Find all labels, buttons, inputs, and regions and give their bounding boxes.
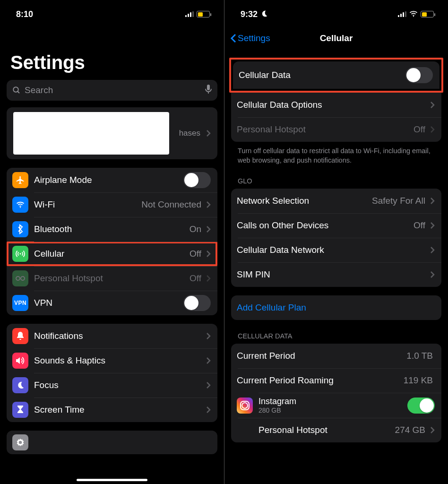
row-usage-personal-hotspot[interactable]: Personal Hotspot 274 GB (231, 418, 441, 442)
apple-id-row[interactable]: hases (7, 107, 217, 159)
back-button[interactable]: Settings (230, 33, 270, 43)
row-airplane-mode[interactable]: Airplane Mode (7, 168, 217, 192)
chevron-right-icon (430, 246, 435, 254)
usage-group: Current Period 1.0 TB Current Period Roa… (231, 344, 441, 442)
cellular-data-toggle[interactable] (405, 67, 433, 83)
chevron-right-icon (206, 250, 211, 258)
row-value: On (190, 224, 203, 234)
row-label: Network Selection (237, 196, 309, 206)
svg-point-9 (19, 441, 22, 444)
row-network-selection[interactable]: Network Selection Safety For All (231, 189, 441, 213)
row-label: Cellular Data Options (237, 100, 322, 110)
row-label: Bluetooth (34, 224, 72, 234)
chevron-right-icon (206, 381, 211, 389)
row-sounds-haptics[interactable]: Sounds & Haptics (7, 348, 217, 373)
page-title: Settings (0, 24, 224, 80)
connectivity-group: Airplane Mode Wi-Fi Not Connected Blueto… (7, 168, 217, 315)
row-label: Personal Hotspot (34, 273, 103, 284)
vpn-toggle[interactable] (183, 295, 211, 311)
row-cellular-data-network[interactable]: Cellular Data Network (231, 238, 441, 262)
back-label: Settings (238, 33, 270, 43)
row-label: Focus (34, 380, 59, 390)
instagram-toggle[interactable] (407, 398, 435, 414)
row-value: Safety For All (372, 196, 427, 206)
antenna-icon (12, 246, 28, 262)
hotspot-icon (12, 270, 28, 286)
row-screen-time[interactable]: Screen Time (7, 398, 217, 422)
row-vpn[interactable]: VPN VPN (7, 291, 217, 315)
glo-group: Network Selection Safety For All Calls o… (231, 189, 441, 287)
row-calls-other-devices[interactable]: Calls on Other Devices Off (231, 213, 441, 238)
instagram-icon (237, 398, 253, 414)
row-notifications[interactable]: Notifications (7, 324, 217, 348)
row-value: 119 KB (404, 375, 435, 386)
svg-point-4 (20, 207, 21, 208)
row-value: 1.0 TB (406, 351, 435, 361)
row-label: Instagram (258, 397, 296, 406)
highlight-cellular-data: Cellular Data (229, 58, 443, 93)
svg-point-10 (413, 16, 414, 17)
search-input[interactable]: Search (7, 80, 217, 101)
status-time: 8:10 (16, 9, 33, 19)
row-label: Current Period (237, 351, 295, 361)
row-label: Add Cellular Plan (237, 302, 306, 313)
cellular-signal-icon (398, 11, 406, 17)
add-plan-group: Add Cellular Plan (231, 295, 441, 320)
status-bar: 9:32 (224, 0, 448, 24)
row-add-cellular-plan[interactable]: Add Cellular Plan (231, 295, 441, 320)
vpn-icon: VPN (12, 295, 28, 311)
chevron-right-icon (206, 406, 211, 414)
chevron-right-icon (430, 126, 435, 133)
row-sim-pin[interactable]: SIM PIN (231, 262, 441, 287)
airplane-toggle[interactable] (183, 172, 211, 188)
status-time: 9:32 (241, 9, 258, 19)
row-personal-hotspot[interactable]: Personal Hotspot Off (231, 117, 441, 142)
row-focus[interactable]: Focus (7, 373, 217, 398)
status-icons (185, 11, 210, 17)
svg-point-6 (16, 277, 20, 280)
row-wifi[interactable]: Wi-Fi Not Connected (7, 192, 217, 217)
chevron-right-icon (206, 225, 211, 233)
home-indicator[interactable] (77, 479, 147, 481)
apple-id-subtext: hases (179, 129, 203, 138)
screen-cellular: 9:32 Settings Cellular Cellular Data (224, 0, 448, 484)
row-value: Off (414, 220, 427, 231)
svg-line-1 (17, 91, 19, 93)
row-cellular-data-options[interactable]: Cellular Data Options (231, 93, 441, 117)
row-value: Off (190, 249, 203, 259)
dictate-icon[interactable] (205, 85, 212, 96)
search-icon (12, 86, 21, 95)
general-group-peek (7, 431, 217, 454)
row-current-period[interactable]: Current Period 1.0 TB (231, 344, 441, 368)
battery-icon (421, 11, 434, 17)
row-label: Personal Hotspot (258, 425, 327, 435)
row-value: Off (190, 273, 203, 284)
row-app-instagram[interactable]: Instagram 280 GB (231, 393, 441, 418)
svg-point-0 (13, 87, 18, 92)
cellular-signal-icon (185, 11, 194, 17)
row-value: 274 GB (395, 425, 427, 435)
row-current-period-roaming[interactable]: Current Period Roaming 119 KB (231, 368, 441, 393)
row-label: Current Period Roaming (237, 375, 334, 386)
svg-point-5 (20, 253, 21, 255)
chevron-right-icon (206, 357, 211, 364)
row-label: Calls on Other Devices (237, 220, 328, 231)
row-personal-hotspot[interactable]: Personal Hotspot Off (7, 266, 217, 291)
row-cellular[interactable]: Cellular Off (7, 242, 217, 266)
row-general[interactable] (7, 431, 217, 454)
wifi-icon (409, 9, 418, 19)
battery-icon (197, 11, 210, 17)
chevron-right-icon (206, 130, 211, 137)
row-label: Airplane Mode (34, 175, 92, 185)
chevron-right-icon (430, 426, 435, 434)
bluetooth-icon (12, 221, 28, 237)
chevron-right-icon (430, 197, 435, 205)
row-sub: 280 GB (258, 406, 296, 414)
gear-icon (12, 434, 28, 450)
status-bar: 8:10 (0, 0, 224, 24)
row-bluetooth[interactable]: Bluetooth On (7, 217, 217, 242)
row-cellular-data[interactable]: Cellular Data (233, 61, 439, 89)
chevron-right-icon (206, 332, 211, 340)
bell-icon (12, 328, 28, 344)
hourglass-icon (12, 402, 28, 418)
